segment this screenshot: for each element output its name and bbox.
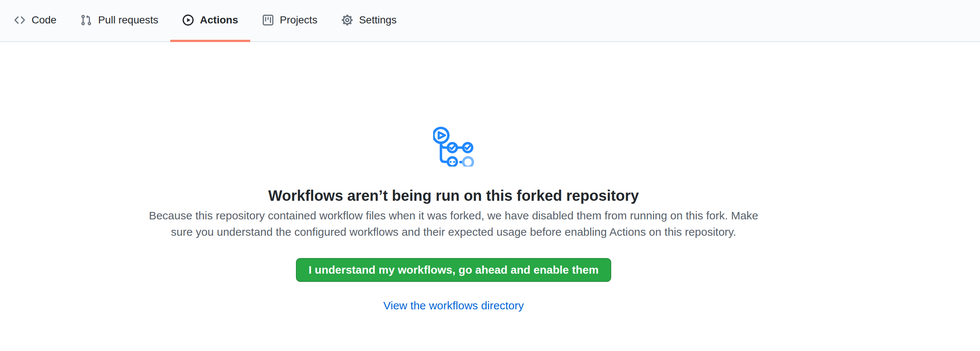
- gear-icon: [341, 14, 353, 26]
- description-text: Because this repository contained workfl…: [149, 208, 758, 240]
- enable-workflows-button[interactable]: I understand my workflows, go ahead and …: [296, 258, 611, 282]
- tab-code[interactable]: Code: [2, 0, 68, 42]
- tab-settings[interactable]: Settings: [329, 0, 409, 42]
- project-board-icon: [262, 14, 274, 26]
- git-pull-request-icon: [80, 14, 92, 26]
- tab-label: Projects: [280, 15, 318, 25]
- code-icon: [14, 14, 25, 26]
- tab-label: Pull requests: [98, 15, 158, 25]
- repo-tab-nav: Code Pull requests Actions: [0, 0, 980, 42]
- description-line-1: Because this repository contained workfl…: [149, 208, 758, 224]
- page-title: Workflows aren’t being run on this forke…: [268, 186, 639, 205]
- tab-label: Actions: [200, 15, 238, 25]
- actions-workflow-icon: [433, 125, 474, 167]
- description-line-2: sure you understand the configured workf…: [149, 224, 758, 240]
- view-workflows-directory-link[interactable]: View the workflows directory: [383, 297, 524, 314]
- tab-actions[interactable]: Actions: [170, 0, 250, 42]
- actions-disabled-blankslate: Workflows aren’t being run on this forke…: [0, 42, 907, 314]
- tab-pull-requests[interactable]: Pull requests: [68, 0, 170, 42]
- tab-label: Settings: [359, 15, 397, 25]
- play-circle-icon: [182, 14, 194, 26]
- tab-label: Code: [32, 15, 57, 25]
- tab-projects[interactable]: Projects: [250, 0, 329, 42]
